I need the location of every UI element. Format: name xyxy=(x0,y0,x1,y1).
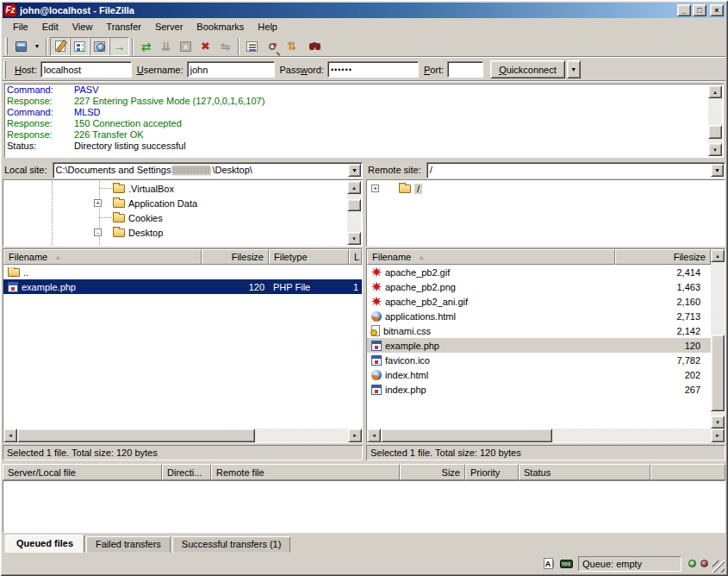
remote-file-row[interactable]: index.php 267 xyxy=(367,382,711,397)
host-input[interactable] xyxy=(40,61,132,78)
remote-file-row[interactable]: bitnami.css 2,142 xyxy=(367,323,711,338)
scrollbar-thumb[interactable] xyxy=(347,199,361,211)
maximize-button[interactable]: □ xyxy=(693,4,706,16)
menu-server[interactable]: Server xyxy=(148,20,190,34)
expand-icon[interactable]: + xyxy=(371,185,379,192)
cancel-operation-button[interactable]: x xyxy=(176,37,196,56)
toggle-transfer-queue-button[interactable]: → xyxy=(109,37,129,56)
local-tree-scrollbar[interactable]: ▲ ▼ xyxy=(347,181,361,245)
scroll-up-button[interactable]: ▲ xyxy=(347,181,361,194)
remote-list-scrollbar[interactable]: ▲ ▼ xyxy=(711,249,725,429)
expand-icon[interactable]: + xyxy=(94,199,102,207)
column-priority[interactable]: Priority xyxy=(465,464,519,480)
remote-file-row[interactable]: applications.html 2,713 xyxy=(367,309,711,323)
column-filename[interactable]: Filename▲ xyxy=(3,249,202,265)
remote-file-row[interactable]: apache_pb2.png 1,463 xyxy=(367,279,711,294)
local-file-row-parent[interactable]: .. xyxy=(3,265,362,279)
collapse-icon[interactable]: - xyxy=(94,229,102,236)
quickconnect-dropdown[interactable]: ▼ xyxy=(567,60,581,78)
folder-icon xyxy=(8,268,20,277)
menu-help[interactable]: Help xyxy=(251,20,284,34)
message-log-icon xyxy=(55,41,65,52)
menu-file[interactable]: File xyxy=(6,20,35,34)
menu-edit[interactable]: Edit xyxy=(35,20,65,34)
remote-file-row[interactable]: favicon.ico 7,782 xyxy=(367,353,711,367)
tab-successful-transfers[interactable]: Successful transfers (1) xyxy=(172,536,291,553)
scroll-left-button[interactable]: ◄ xyxy=(367,429,381,442)
scrollbar-thumb[interactable] xyxy=(708,125,722,139)
scroll-up-button[interactable]: ▲ xyxy=(708,85,722,98)
site-manager-button[interactable] xyxy=(11,37,31,56)
scroll-up-button[interactable]: ▲ xyxy=(711,249,725,262)
remote-site-dropdown[interactable]: ▼ xyxy=(711,164,724,177)
column-last-modified[interactable]: L xyxy=(349,249,362,265)
tab-queued-files[interactable]: Queued files xyxy=(5,535,84,553)
username-input[interactable] xyxy=(187,61,275,78)
local-site-dropdown[interactable]: ▼ xyxy=(348,164,361,177)
remote-site-label: Remote site: xyxy=(366,165,426,175)
scroll-left-button[interactable]: ◄ xyxy=(3,429,17,442)
menu-transfer[interactable]: Transfer xyxy=(99,20,148,34)
column-size[interactable]: Size xyxy=(400,464,465,480)
tree-item-desktop[interactable]: - Desktop xyxy=(4,225,361,240)
toggle-message-log-button[interactable] xyxy=(50,37,70,56)
tree-item-root[interactable]: + / xyxy=(368,181,724,196)
column-server-local-file[interactable]: Server/Local file xyxy=(3,464,162,480)
remote-file-list: Filename▲ Filesize apache_pb2.gif 2,414 … xyxy=(366,248,725,443)
tree-item-application-data[interactable]: + Application Data xyxy=(4,196,361,210)
filter-icon xyxy=(246,41,258,52)
scrollbar-thumb[interactable] xyxy=(711,335,725,411)
tree-item-virtualbox[interactable]: .VirtualBox xyxy=(4,181,361,196)
tab-failed-transfers[interactable]: Failed transfers xyxy=(86,536,171,553)
quickconnect-button[interactable]: Quickconnect xyxy=(490,60,565,78)
remote-horizontal-scrollbar[interactable]: ◄ ► xyxy=(367,429,725,442)
process-queue-button[interactable]: ⇊ xyxy=(156,37,176,56)
remote-file-row-selected[interactable]: example.php 120 xyxy=(367,338,711,353)
directory-comparison-button[interactable] xyxy=(262,37,282,56)
filezilla-app-icon[interactable]: Fz xyxy=(4,4,16,16)
reconnect-button[interactable]: ⇋ xyxy=(215,37,235,56)
datatype-indicator[interactable]: A xyxy=(540,557,556,571)
remote-file-row[interactable]: apache_pb2_ani.gif 2,160 xyxy=(367,294,711,309)
column-filesize[interactable]: Filesize xyxy=(615,249,711,265)
remote-site-combo[interactable]: / ▼ xyxy=(426,162,725,178)
remote-file-row[interactable]: index.html 202 xyxy=(367,367,711,382)
toggle-remote-tree-button[interactable] xyxy=(90,37,109,56)
scroll-down-button[interactable]: ▼ xyxy=(708,143,722,156)
tree-item-cookies[interactable]: Cookies xyxy=(4,210,361,225)
filename-filters-button[interactable] xyxy=(242,37,262,56)
scroll-right-button[interactable]: ► xyxy=(348,429,362,442)
minimize-button[interactable]: _ xyxy=(677,4,691,16)
scroll-right-button[interactable]: ► xyxy=(711,429,725,442)
menu-bookmarks[interactable]: Bookmarks xyxy=(190,20,251,34)
scrollbar-thumb[interactable] xyxy=(381,429,552,442)
scrollbar-thumb[interactable] xyxy=(17,429,255,442)
column-remote-file[interactable]: Remote file xyxy=(211,464,400,480)
column-filesize[interactable]: Filesize xyxy=(202,249,269,265)
reconnect-icon: ⇋ xyxy=(221,41,231,53)
site-manager-dropdown[interactable]: ▼ xyxy=(31,37,43,56)
column-filetype[interactable]: Filetype xyxy=(269,249,349,265)
refresh-button[interactable]: ⇄ xyxy=(136,37,156,56)
remote-file-row[interactable]: apache_pb2.gif 2,414 xyxy=(367,265,711,279)
speedlimit-indicator[interactable]: 500 xyxy=(558,557,574,571)
column-filename[interactable]: Filename▲ xyxy=(367,249,615,265)
scroll-down-button[interactable]: ▼ xyxy=(711,416,725,429)
column-direction[interactable]: Directi... xyxy=(162,464,211,480)
resize-grip[interactable] xyxy=(712,560,725,573)
log-scrollbar[interactable]: ▲ ▼ xyxy=(708,85,722,156)
close-button[interactable]: × xyxy=(710,4,724,16)
menu-view[interactable]: View xyxy=(65,20,100,34)
local-site-combo[interactable]: C:\Documents and Settings\Desktop\ ▼ xyxy=(53,162,363,178)
synchronized-browsing-button[interactable]: ⇅ xyxy=(282,37,302,56)
column-status[interactable]: Status xyxy=(519,464,650,480)
local-file-row-example-php[interactable]: example.php 120 PHP File 1 xyxy=(3,279,362,294)
host-label: Host: xyxy=(15,65,37,75)
toggle-local-tree-button[interactable] xyxy=(70,37,90,56)
disconnect-button[interactable]: ✖ xyxy=(196,37,215,56)
port-input[interactable] xyxy=(447,61,483,78)
scroll-down-button[interactable]: ▼ xyxy=(347,232,361,245)
find-files-button[interactable] xyxy=(302,37,321,56)
local-horizontal-scrollbar[interactable]: ◄ ► xyxy=(3,429,362,442)
password-input[interactable] xyxy=(327,61,419,78)
